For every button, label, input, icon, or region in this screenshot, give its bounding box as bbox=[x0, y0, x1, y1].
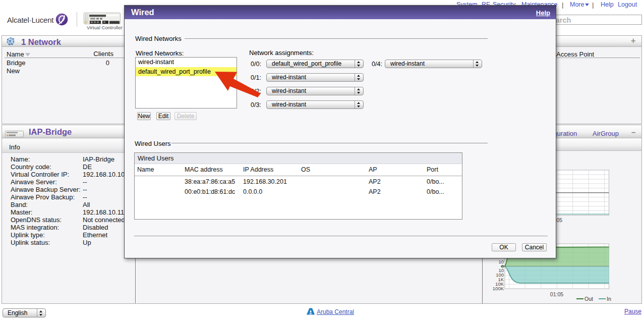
svg-text:01:05: 01:05 bbox=[550, 291, 563, 297]
svg-text:Out: Out bbox=[584, 296, 593, 302]
svg-text:100K: 100K bbox=[493, 286, 504, 291]
svg-text:In: In bbox=[607, 296, 611, 302]
